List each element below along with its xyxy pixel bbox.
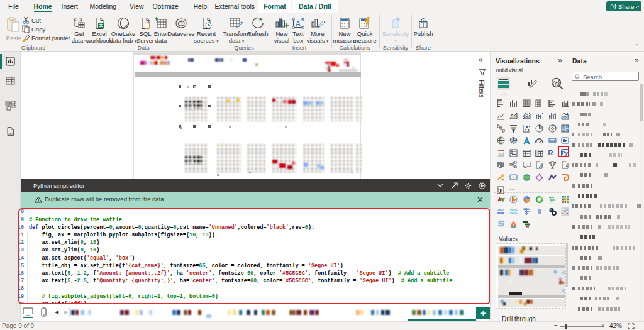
svg-text:123: 123 [550, 139, 555, 143]
svg-text:?: ? [512, 176, 514, 180]
svg-text:DAX: DAX [8, 132, 13, 135]
